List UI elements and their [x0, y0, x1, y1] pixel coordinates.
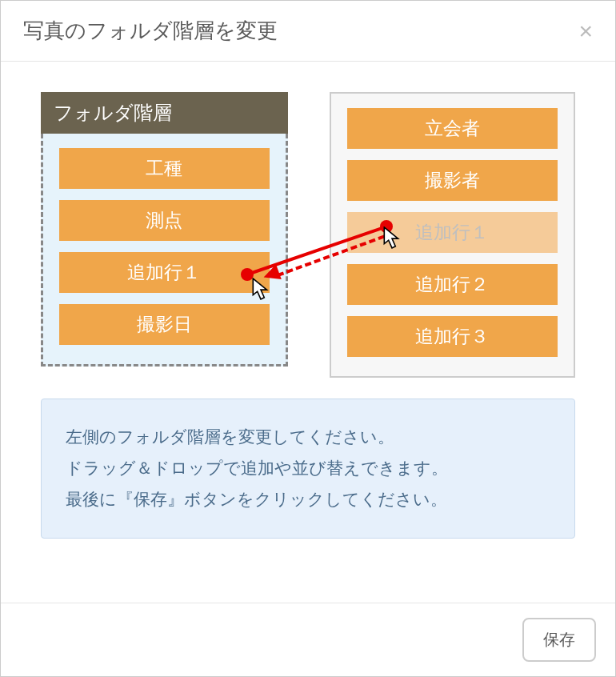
- modal-header: 写真のフォルダ階層を変更 ×: [1, 1, 615, 62]
- info-line: 最後に『保存』ボタンをクリックしてください。: [66, 484, 550, 515]
- save-button[interactable]: 保存: [522, 618, 596, 662]
- source-item[interactable]: 撮影者: [347, 160, 558, 201]
- info-box: 左側のフォルダ階層を変更してください。 ドラッグ＆ドロップで追加や並び替えできま…: [41, 399, 575, 539]
- modal-body: フォルダ階層 工種 測点 追加行１ 撮影日 立会者 撮影者 追加行１ 追加行２ …: [1, 62, 615, 603]
- folder-item[interactable]: 測点: [59, 200, 270, 241]
- modal-dialog: 写真のフォルダ階層を変更 × フォルダ階層 工種 測点 追加行１ 撮影日 立会者…: [0, 0, 616, 677]
- source-item[interactable]: 立会者: [347, 108, 558, 149]
- info-line: 左側のフォルダ階層を変更してください。: [66, 422, 550, 453]
- source-item-faded[interactable]: 追加行１: [347, 212, 558, 253]
- source-item[interactable]: 追加行２: [347, 264, 558, 305]
- info-line: ドラッグ＆ドロップで追加や並び替えできます。: [66, 453, 550, 484]
- drop-zone[interactable]: 工種 測点 追加行１ 撮影日: [41, 134, 288, 367]
- panels-row: フォルダ階層 工種 測点 追加行１ 撮影日 立会者 撮影者 追加行１ 追加行２ …: [41, 92, 575, 378]
- left-panel-heading: フォルダ階層: [41, 92, 288, 134]
- source-item[interactable]: 追加行３: [347, 316, 558, 357]
- close-icon[interactable]: ×: [578, 19, 593, 43]
- modal-footer: 保存: [1, 603, 615, 676]
- folder-item[interactable]: 追加行１: [59, 252, 270, 293]
- right-panel: 立会者 撮影者 追加行１ 追加行２ 追加行３: [330, 92, 575, 378]
- left-panel: フォルダ階層 工種 測点 追加行１ 撮影日: [41, 92, 288, 367]
- folder-item[interactable]: 工種: [59, 148, 270, 189]
- folder-item[interactable]: 撮影日: [59, 304, 270, 345]
- modal-title: 写真のフォルダ階層を変更: [23, 17, 278, 45]
